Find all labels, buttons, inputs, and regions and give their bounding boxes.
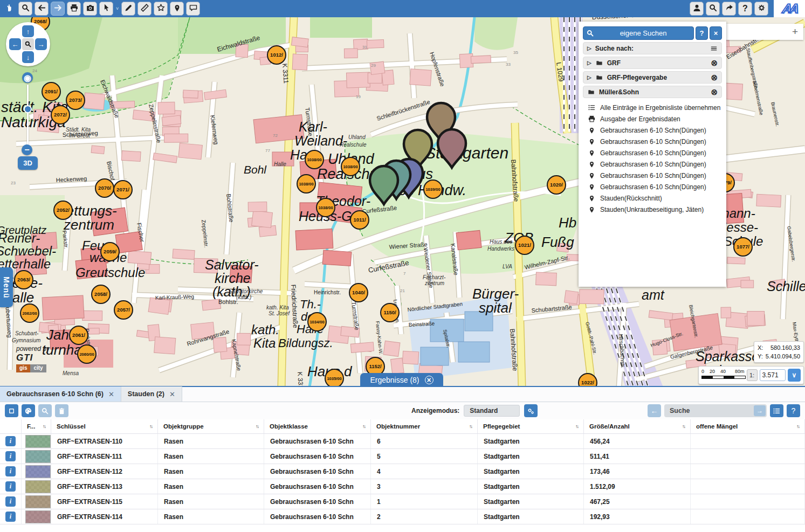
plus-icon[interactable]: + xyxy=(792,26,798,38)
table-row[interactable]: iGRF~EXTRASEN-113RasenGebrauchsrasen 6-1… xyxy=(0,479,805,494)
trash-button[interactable] xyxy=(55,404,68,417)
map-marker-1077[interactable]: 1077/ xyxy=(734,238,752,256)
zoom-in-button[interactable]: ◉ xyxy=(22,72,33,83)
sort-icon[interactable]: ↑↓ xyxy=(149,424,152,429)
info-button[interactable]: i xyxy=(5,496,16,507)
zoom-slider-track[interactable] xyxy=(27,85,29,145)
map-marker-103800[interactable]: 1038/00 xyxy=(317,198,335,217)
close-icon[interactable]: ✕ xyxy=(169,390,175,398)
map-marker-103400[interactable]: 1034/00 xyxy=(308,313,326,331)
zoom-button[interactable] xyxy=(38,404,52,417)
info-button[interactable]: i xyxy=(5,466,16,476)
map-marker-2058[interactable]: 2058/ xyxy=(92,285,110,303)
search-action-5[interactable]: Gebrauchsrasen 6-10 Schn(Düngen) xyxy=(583,158,722,170)
map-marker-103900[interactable]: 1039/00 xyxy=(424,180,442,198)
search-action-0[interactable]: Alle Einträge in Ergebnisliste übernehme… xyxy=(583,102,722,113)
share-button[interactable] xyxy=(722,2,736,16)
search-action-2[interactable]: Gebrauchsrasen 6-10 Schn(Düngen) xyxy=(583,125,722,136)
cursor-dropdown-icon[interactable]: ˅ xyxy=(116,6,119,11)
map-marker-1021[interactable]: 1021/ xyxy=(515,236,534,254)
zoom-out-button[interactable]: − xyxy=(22,144,32,155)
table-row[interactable]: iGRF~EXTRASEN-110RasenGebrauchsrasen 6-1… xyxy=(0,434,805,449)
search-action-1[interactable]: Ausgabe der Ergebnisdaten xyxy=(583,113,722,125)
search-action-4[interactable]: Gebrauchsrasen 6-10 Schn(Düngen) xyxy=(583,147,722,158)
search-group-1[interactable]: ▷GRF⊗ xyxy=(583,57,722,69)
select-square-button[interactable] xyxy=(5,404,18,417)
search-action-6[interactable]: Gebrauchsrasen 6-10 Schn(Düngen) xyxy=(583,170,722,181)
close-icon[interactable]: × xyxy=(425,376,434,384)
table-search-input[interactable] xyxy=(664,404,767,417)
3d-view-button[interactable]: 3D xyxy=(18,156,38,170)
search-prev-button[interactable]: ← xyxy=(648,404,661,417)
info-button[interactable]: i xyxy=(5,512,16,522)
results-tab-1[interactable]: Stauden (2)✕ xyxy=(121,386,182,402)
remove-icon[interactable]: ⊗ xyxy=(711,88,718,96)
map-marker-2057[interactable]: 2057/ xyxy=(114,301,133,319)
map-marker-206200[interactable]: 2062/00 xyxy=(20,304,39,322)
search-group-2[interactable]: ▷GRF-Pflegevergabe⊗ xyxy=(583,71,722,84)
chevron-down-icon[interactable]: ∨ xyxy=(788,369,801,382)
pan-left-button[interactable]: ← xyxy=(9,38,21,50)
search-help-button[interactable]: ? xyxy=(696,26,708,40)
history-forward-button[interactable] xyxy=(51,2,65,16)
map-marker-103800[interactable]: 1038/00 xyxy=(297,175,315,193)
map-marker-103500[interactable]: 1035/00 xyxy=(325,369,343,387)
sort-icon[interactable]: ↑↓ xyxy=(682,424,685,429)
search-next-button[interactable]: → xyxy=(754,405,766,416)
sort-icon[interactable]: ↑↓ xyxy=(256,424,258,429)
user-button[interactable] xyxy=(690,2,704,16)
favorites-button[interactable] xyxy=(154,2,168,16)
table-row[interactable]: iGRF~EXTRASEN-115RasenGebrauchsrasen 6-1… xyxy=(0,494,805,509)
sort-icon[interactable]: ↑↓ xyxy=(469,424,472,429)
expander-icon[interactable]: ▷ xyxy=(587,45,591,51)
draw-button[interactable] xyxy=(121,2,135,16)
map-marker-206000[interactable]: 2060/00 xyxy=(78,345,96,363)
info-button[interactable]: i xyxy=(5,436,16,446)
search-group-0[interactable]: ▷Suche nach: xyxy=(583,42,722,54)
measure-button[interactable] xyxy=(137,2,152,16)
pan-up-button[interactable]: ↑ xyxy=(22,25,34,37)
map-marker-2070[interactable]: 2070/ xyxy=(95,179,114,197)
set-marker-button[interactable] xyxy=(170,2,184,16)
remove-icon[interactable]: ⊗ xyxy=(711,59,718,67)
pan-center-zoom-button[interactable] xyxy=(22,38,34,50)
map-marker-2072[interactable]: 2072/ xyxy=(51,106,70,124)
select-cursor-button[interactable] xyxy=(99,2,113,16)
sort-icon[interactable]: ↑↓ xyxy=(362,424,365,429)
list-view-button[interactable] xyxy=(770,404,783,417)
search-action-7[interactable]: Gebrauchsrasen 6-10 Schn(Düngen) xyxy=(583,181,722,192)
zoom-slider-knob[interactable] xyxy=(24,105,32,113)
map-marker-1022[interactable]: 1022/ xyxy=(579,374,597,387)
table-row[interactable]: iGRF~EXTRASEN-114RasenGebrauchsrasen 6-1… xyxy=(0,509,805,524)
search-group-3[interactable]: Müller&Sohn⊗ xyxy=(583,86,722,98)
info-button[interactable]: i xyxy=(5,481,16,492)
results-tab-0[interactable]: Gebrauchsrasen 6-10 Schn (6)✕ xyxy=(0,386,121,402)
close-icon[interactable]: ✕ xyxy=(108,390,114,398)
search-close-button[interactable]: × xyxy=(710,26,722,40)
search-action-9[interactable]: Stauden(Unkrautbeseitigung, Jäten) xyxy=(583,204,722,215)
map-marker-1020[interactable]: 1020/ xyxy=(547,176,566,194)
map-marker-2061[interactable]: 2061/ xyxy=(70,326,88,344)
map-marker-103800[interactable]: 1038/00 xyxy=(305,150,324,169)
zoom-button[interactable] xyxy=(18,2,32,16)
map-marker-2071[interactable]: 2071/ xyxy=(114,181,132,199)
display-mode-select[interactable]: Standard xyxy=(464,405,520,417)
table-row[interactable]: iGRF~EXTRASEN-111RasenGebrauchsrasen 6-1… xyxy=(0,449,805,464)
menu-tab[interactable]: Menü xyxy=(0,267,13,307)
map-marker-2052[interactable]: 2052/ xyxy=(54,201,72,219)
table-row[interactable]: iGRF~EXTRASEN-112RasenGebrauchsrasen 6-1… xyxy=(0,464,805,479)
map-marker-1011[interactable]: 1011/ xyxy=(350,211,369,229)
map-marker-1150[interactable]: 1150/ xyxy=(381,303,399,322)
expander-icon[interactable]: ▷ xyxy=(587,74,591,80)
search-button[interactable] xyxy=(706,2,720,16)
print-button[interactable] xyxy=(67,2,81,16)
sort-icon[interactable]: ↑↓ xyxy=(43,424,45,429)
map-marker-1040[interactable]: 1040/ xyxy=(349,284,368,302)
search-action-8[interactable]: Stauden(Rückschnitt) xyxy=(583,192,722,204)
own-searches-input[interactable] xyxy=(583,26,694,40)
settings-button[interactable] xyxy=(754,2,768,16)
map-marker-2091[interactable]: 2091/ xyxy=(42,82,60,101)
map-marker-103800[interactable]: 1038/00 xyxy=(341,157,360,176)
screenshot-button[interactable] xyxy=(83,2,97,16)
remove-icon[interactable]: ⊗ xyxy=(711,73,718,81)
